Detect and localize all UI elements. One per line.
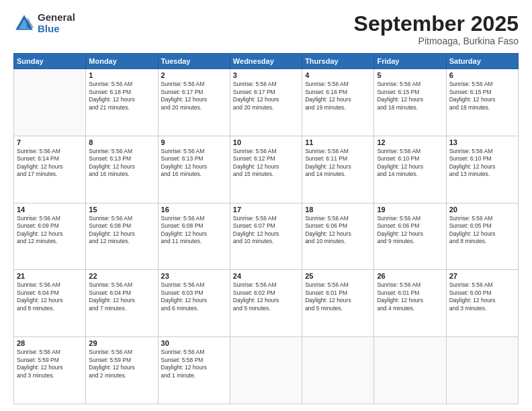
calendar-table: SundayMondayTuesdayWednesdayThursdayFrid… (13, 53, 519, 404)
cell-info: Sunrise: 5:56 AM Sunset: 6:05 PM Dayligh… (449, 215, 515, 246)
weekday-header-tuesday: Tuesday (158, 54, 230, 69)
calendar-cell: 6Sunrise: 5:56 AM Sunset: 6:15 PM Daylig… (446, 69, 518, 136)
cell-info: Sunrise: 5:56 AM Sunset: 6:11 PM Dayligh… (305, 148, 371, 179)
calendar-cell: 22Sunrise: 5:56 AM Sunset: 6:04 PM Dayli… (86, 270, 158, 337)
weekday-header-thursday: Thursday (302, 54, 374, 69)
day-number: 8 (89, 138, 154, 146)
calendar-cell: 20Sunrise: 5:56 AM Sunset: 6:05 PM Dayli… (446, 203, 518, 270)
day-number: 12 (377, 138, 443, 146)
day-number: 26 (377, 272, 443, 280)
logo-icon (13, 13, 35, 34)
calendar-cell: 11Sunrise: 5:56 AM Sunset: 6:11 PM Dayli… (302, 136, 374, 203)
day-number: 13 (449, 138, 515, 146)
cell-info: Sunrise: 5:56 AM Sunset: 6:02 PM Dayligh… (233, 281, 299, 312)
calendar-cell: 25Sunrise: 5:56 AM Sunset: 6:01 PM Dayli… (302, 270, 374, 337)
day-number: 21 (17, 272, 83, 280)
cell-info: Sunrise: 5:56 AM Sunset: 6:01 PM Dayligh… (305, 281, 371, 312)
day-number: 5 (377, 71, 443, 79)
calendar-cell: 29Sunrise: 5:56 AM Sunset: 5:59 PM Dayli… (86, 337, 158, 404)
cell-info: Sunrise: 5:56 AM Sunset: 6:06 PM Dayligh… (305, 215, 371, 246)
cell-info: Sunrise: 5:56 AM Sunset: 6:07 PM Dayligh… (233, 215, 299, 246)
calendar-cell: 28Sunrise: 5:56 AM Sunset: 5:59 PM Dayli… (14, 337, 86, 404)
calendar-cell: 7Sunrise: 5:56 AM Sunset: 6:14 PM Daylig… (14, 136, 86, 203)
logo: General Blue (13, 12, 75, 34)
week-row-4: 21Sunrise: 5:56 AM Sunset: 6:04 PM Dayli… (14, 270, 519, 337)
cell-info: Sunrise: 5:56 AM Sunset: 6:16 PM Dayligh… (305, 81, 371, 111)
week-row-3: 14Sunrise: 5:56 AM Sunset: 6:09 PM Dayli… (14, 203, 519, 270)
day-number: 20 (449, 205, 515, 214)
logo-text: General Blue (38, 12, 75, 34)
day-number: 11 (305, 138, 371, 146)
calendar-cell: 26Sunrise: 5:56 AM Sunset: 6:01 PM Dayli… (374, 270, 446, 337)
day-number: 23 (161, 272, 227, 280)
cell-info: Sunrise: 5:56 AM Sunset: 6:13 PM Dayligh… (161, 148, 227, 179)
cell-info: Sunrise: 5:56 AM Sunset: 6:08 PM Dayligh… (161, 215, 227, 246)
weekday-header-friday: Friday (374, 54, 446, 69)
cell-info: Sunrise: 5:56 AM Sunset: 6:18 PM Dayligh… (89, 81, 154, 111)
cell-info: Sunrise: 5:56 AM Sunset: 6:04 PM Dayligh… (89, 281, 154, 312)
cell-info: Sunrise: 5:56 AM Sunset: 6:13 PM Dayligh… (89, 148, 154, 179)
day-number: 24 (233, 272, 299, 280)
weekday-header-row: SundayMondayTuesdayWednesdayThursdayFrid… (14, 54, 519, 69)
weekday-header-wednesday: Wednesday (230, 54, 302, 69)
cell-info: Sunrise: 5:56 AM Sunset: 6:15 PM Dayligh… (449, 81, 515, 111)
day-number: 17 (233, 205, 299, 214)
calendar-cell: 23Sunrise: 5:56 AM Sunset: 6:03 PM Dayli… (158, 270, 230, 337)
cell-info: Sunrise: 5:56 AM Sunset: 6:14 PM Dayligh… (17, 148, 83, 179)
weekday-header-monday: Monday (86, 54, 158, 69)
page: General Blue September 2025 Pitmoaga, Bu… (0, 0, 532, 411)
calendar-cell: 2Sunrise: 5:56 AM Sunset: 6:17 PM Daylig… (158, 69, 230, 136)
cell-info: Sunrise: 5:56 AM Sunset: 5:59 PM Dayligh… (17, 349, 83, 379)
day-number: 22 (89, 272, 154, 280)
calendar-cell: 12Sunrise: 5:56 AM Sunset: 6:10 PM Dayli… (374, 136, 446, 203)
calendar-cell: 27Sunrise: 5:56 AM Sunset: 6:00 PM Dayli… (446, 270, 518, 337)
cell-info: Sunrise: 5:56 AM Sunset: 6:04 PM Dayligh… (17, 281, 83, 312)
calendar-cell: 4Sunrise: 5:56 AM Sunset: 6:16 PM Daylig… (302, 69, 374, 136)
cell-info: Sunrise: 5:56 AM Sunset: 6:09 PM Dayligh… (17, 215, 83, 246)
day-number: 27 (449, 272, 515, 280)
cell-info: Sunrise: 5:56 AM Sunset: 6:01 PM Dayligh… (377, 281, 443, 312)
calendar-cell: 8Sunrise: 5:56 AM Sunset: 6:13 PM Daylig… (86, 136, 158, 203)
calendar-cell: 17Sunrise: 5:56 AM Sunset: 6:07 PM Dayli… (230, 203, 302, 270)
cell-info: Sunrise: 5:56 AM Sunset: 5:59 PM Dayligh… (89, 349, 154, 379)
day-number: 25 (305, 272, 371, 280)
location: Pitmoaga, Burkina Faso (354, 36, 519, 46)
calendar-cell (446, 337, 518, 404)
calendar-cell (374, 337, 446, 404)
title-block: September 2025 Pitmoaga, Burkina Faso (354, 12, 519, 46)
svg-marker-2 (26, 17, 34, 28)
calendar-cell: 1Sunrise: 5:56 AM Sunset: 6:18 PM Daylig… (86, 69, 158, 136)
cell-info: Sunrise: 5:56 AM Sunset: 6:03 PM Dayligh… (161, 281, 227, 312)
day-number: 19 (377, 205, 443, 214)
day-number: 15 (89, 205, 154, 214)
calendar-cell: 5Sunrise: 5:56 AM Sunset: 6:15 PM Daylig… (374, 69, 446, 136)
calendar-cell (302, 337, 374, 404)
weekday-header-saturday: Saturday (446, 54, 518, 69)
day-number: 14 (17, 205, 83, 214)
header: General Blue September 2025 Pitmoaga, Bu… (13, 12, 519, 46)
cell-info: Sunrise: 5:56 AM Sunset: 6:17 PM Dayligh… (233, 81, 299, 111)
calendar-cell: 14Sunrise: 5:56 AM Sunset: 6:09 PM Dayli… (14, 203, 86, 270)
calendar-cell: 24Sunrise: 5:56 AM Sunset: 6:02 PM Dayli… (230, 270, 302, 337)
logo-blue: Blue (38, 24, 75, 35)
day-number: 3 (233, 71, 299, 79)
week-row-1: 1Sunrise: 5:56 AM Sunset: 6:18 PM Daylig… (14, 69, 519, 136)
cell-info: Sunrise: 5:56 AM Sunset: 6:15 PM Dayligh… (377, 81, 443, 111)
cell-info: Sunrise: 5:56 AM Sunset: 6:00 PM Dayligh… (449, 281, 515, 312)
day-number: 30 (161, 339, 227, 347)
calendar-cell: 13Sunrise: 5:56 AM Sunset: 6:10 PM Dayli… (446, 136, 518, 203)
day-number: 9 (161, 138, 227, 146)
calendar-cell: 16Sunrise: 5:56 AM Sunset: 6:08 PM Dayli… (158, 203, 230, 270)
calendar-cell: 19Sunrise: 5:56 AM Sunset: 6:06 PM Dayli… (374, 203, 446, 270)
calendar-cell: 10Sunrise: 5:56 AM Sunset: 6:12 PM Dayli… (230, 136, 302, 203)
day-number: 4 (305, 71, 371, 79)
calendar-cell (14, 69, 86, 136)
cell-info: Sunrise: 5:56 AM Sunset: 5:58 PM Dayligh… (161, 349, 227, 379)
day-number: 29 (89, 339, 154, 347)
cell-info: Sunrise: 5:56 AM Sunset: 6:17 PM Dayligh… (161, 81, 227, 111)
calendar-cell: 3Sunrise: 5:56 AM Sunset: 6:17 PM Daylig… (230, 69, 302, 136)
cell-info: Sunrise: 5:56 AM Sunset: 6:08 PM Dayligh… (89, 215, 154, 246)
day-number: 28 (17, 339, 83, 347)
day-number: 16 (161, 205, 227, 214)
logo-general: General (38, 12, 75, 24)
